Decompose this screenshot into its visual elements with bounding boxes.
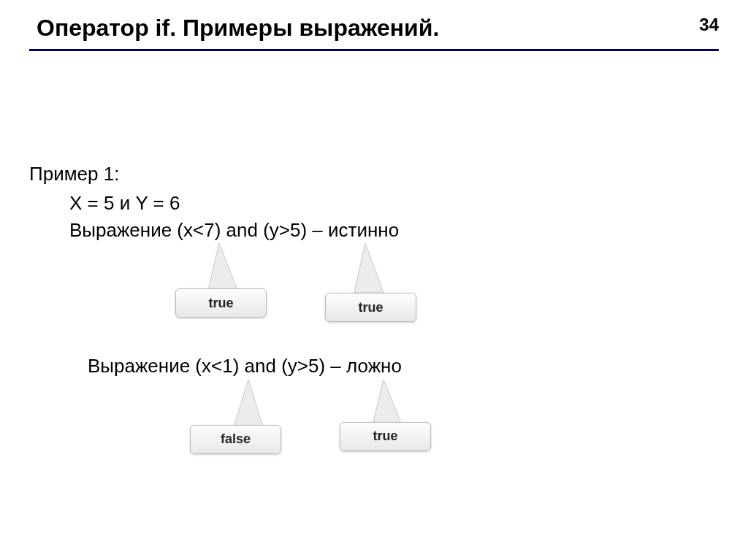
expression-1: Выражение (x<7) and (y>5) – истинно: [29, 217, 719, 243]
callout-label: true: [358, 299, 383, 317]
callout-label: true: [208, 294, 233, 312]
callout-pointer-icon: [234, 380, 270, 431]
callout-box: false: [190, 425, 281, 454]
callout-pointer-icon: [354, 243, 391, 294]
svg-marker-1: [354, 243, 383, 293]
callout-label: true: [373, 427, 397, 445]
svg-marker-0: [208, 243, 237, 291]
slide-title: Оператор if. Примеры выражений.: [37, 15, 439, 42]
callout-pointer-icon: [205, 243, 241, 294]
expression-2: Выражение (x<1) and (y>5) – ложно: [29, 353, 719, 379]
example-vars: X = 5 и Y = 6: [29, 190, 719, 216]
callout-box: true: [340, 422, 431, 451]
page-number: 34: [699, 15, 719, 35]
callout-box: true: [175, 288, 267, 318]
callouts-row-2: false true: [29, 380, 719, 475]
svg-marker-2: [234, 380, 263, 427]
callout-label: false: [221, 430, 251, 448]
example-label: Пример 1:: [29, 161, 719, 187]
callouts-row-1: true true: [29, 243, 719, 338]
callout-box: true: [325, 293, 416, 322]
svg-marker-3: [373, 380, 402, 425]
slide-content: Пример 1: X = 5 и Y = 6 Выражение (x<7) …: [0, 51, 748, 475]
